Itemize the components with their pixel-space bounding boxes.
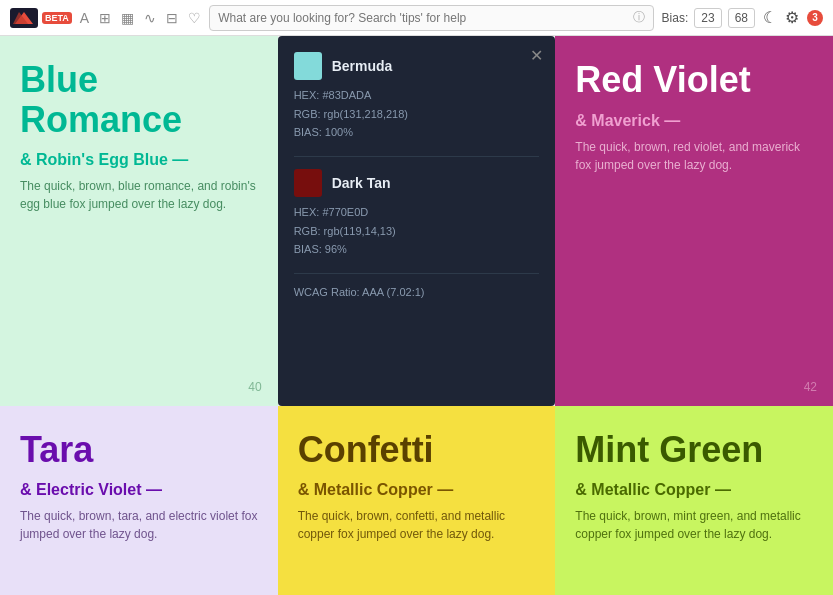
- bermuda-details: HEX: #83DADA RGB: rgb(131,218,218) BIAS:…: [294, 86, 540, 142]
- red-violet-title: Red Violet: [575, 60, 813, 100]
- blue-romance-number: 40: [248, 380, 261, 394]
- dark-tan-hex-value: #770E0D: [322, 206, 368, 218]
- card-tara: Tara & Electric Violet — The quick, brow…: [0, 406, 278, 596]
- blue-romance-body: The quick, brown, blue romance, and robi…: [20, 177, 258, 213]
- red-violet-number: 42: [804, 380, 817, 394]
- notification-badge[interactable]: 3: [807, 10, 823, 26]
- bermuda-rgb-value: rgb(131,218,218): [324, 108, 408, 120]
- popup-divider2: [294, 273, 540, 274]
- bias-value2[interactable]: 68: [728, 8, 755, 28]
- color-popup: ✕ Bermuda HEX: #83DADA RGB: rgb(131,218,…: [278, 36, 556, 406]
- tara-title: Tara: [20, 430, 258, 470]
- text-icon[interactable]: A: [80, 10, 89, 26]
- nav-icons: A ⊞ ▦ ∿ ⊟ ♡: [80, 10, 201, 26]
- moon-icon[interactable]: ☾: [763, 8, 777, 27]
- table-icon[interactable]: ⊟: [166, 10, 178, 26]
- card-blue-romance: Blue Romance & Robin's Egg Blue — The qu…: [0, 36, 278, 406]
- bermuda-swatch: [294, 52, 322, 80]
- dark-tan-rgb-label: RGB:: [294, 225, 324, 237]
- nav-right-icons: ☾ ⚙ 3: [763, 8, 823, 27]
- beta-badge: BETA: [42, 12, 72, 24]
- red-violet-subtitle: & Maverick —: [575, 112, 813, 130]
- bermuda-hex-label: HEX:: [294, 89, 323, 101]
- search-input[interactable]: [218, 11, 632, 25]
- bermuda-rgb-label: RGB:: [294, 108, 324, 120]
- bermuda-bias-label: BIAS:: [294, 126, 325, 138]
- dark-tan-name: Dark Tan: [332, 175, 391, 191]
- confetti-subtitle: & Metallic Copper —: [298, 481, 536, 499]
- blue-romance-subtitle: & Robin's Egg Blue —: [20, 151, 258, 169]
- confetti-title: Confetti: [298, 430, 536, 470]
- card-red-violet: Red Violet & Maverick — The quick, brown…: [555, 36, 833, 406]
- logo-icon: [10, 8, 38, 28]
- card-mint-green: Mint Green & Metallic Copper — The quick…: [555, 406, 833, 596]
- bermuda-name: Bermuda: [332, 58, 393, 74]
- red-violet-body: The quick, brown, red violet, and maveri…: [575, 138, 813, 174]
- popup-close-button[interactable]: ✕: [530, 46, 543, 65]
- dark-tan-rgb-value: rgb(119,14,13): [324, 225, 396, 237]
- search-bar[interactable]: ⓘ: [209, 5, 653, 31]
- bermuda-hex-value: #83DADA: [322, 89, 371, 101]
- navbar: BETA A ⊞ ▦ ∿ ⊟ ♡ ⓘ Bias: 23 68 ☾ ⚙ 3: [0, 0, 833, 36]
- bias-label: Bias:: [662, 11, 689, 25]
- mint-green-subtitle: & Metallic Copper —: [575, 481, 813, 499]
- bermuda-bias-value: 100%: [325, 126, 353, 138]
- main-grid: Blue Romance & Robin's Egg Blue — The qu…: [0, 36, 833, 595]
- chart-icon[interactable]: ∿: [144, 10, 156, 26]
- info-icon[interactable]: ⓘ: [633, 9, 645, 26]
- logo[interactable]: BETA: [10, 8, 72, 28]
- card-confetti: Confetti & Metallic Copper — The quick, …: [278, 406, 556, 596]
- dark-tan-row: Dark Tan: [294, 169, 540, 197]
- dark-tan-hex-label: HEX:: [294, 206, 323, 218]
- confetti-body: The quick, brown, confetti, and metallic…: [298, 507, 536, 543]
- dark-tan-details: HEX: #770E0D RGB: rgb(119,14,13) BIAS: 9…: [294, 203, 540, 259]
- tara-body: The quick, brown, tara, and electric vio…: [20, 507, 258, 543]
- popup-divider: [294, 156, 540, 157]
- tara-subtitle: & Electric Violet —: [20, 481, 258, 499]
- dark-tan-bias-value: 96%: [325, 243, 347, 255]
- heart-icon[interactable]: ♡: [188, 10, 201, 26]
- settings-icon[interactable]: ⚙: [785, 8, 799, 27]
- dark-tan-bias-label: BIAS:: [294, 243, 325, 255]
- bias-section: Bias: 23 68: [662, 8, 755, 28]
- mint-green-body: The quick, brown, mint green, and metall…: [575, 507, 813, 543]
- dark-tan-swatch: [294, 169, 322, 197]
- columns-icon[interactable]: ⊞: [99, 10, 111, 26]
- image-icon[interactable]: ▦: [121, 10, 134, 26]
- mint-green-title: Mint Green: [575, 430, 813, 470]
- blue-romance-title: Blue Romance: [20, 60, 258, 139]
- bias-value1[interactable]: 23: [694, 8, 721, 28]
- wcag-ratio: WCAG Ratio: AAA (7.02:1): [294, 286, 540, 298]
- bermuda-row: Bermuda: [294, 52, 540, 80]
